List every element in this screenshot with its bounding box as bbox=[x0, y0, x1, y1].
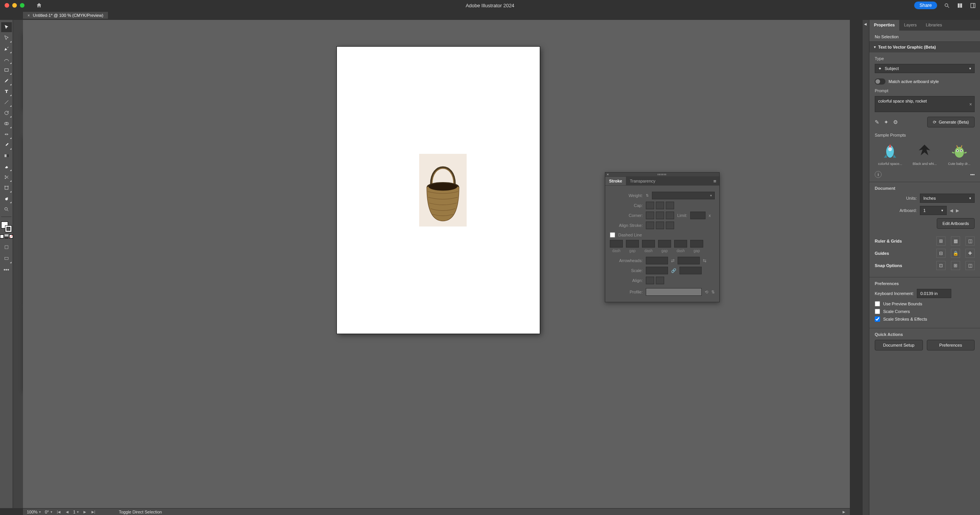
scroll-hint-icon[interactable]: ▶ bbox=[842, 510, 846, 514]
rectangle-tool[interactable] bbox=[1, 65, 12, 75]
limit-input[interactable] bbox=[690, 212, 706, 219]
clear-prompt-icon[interactable]: × bbox=[969, 102, 972, 107]
tab-transparency[interactable]: Transparency bbox=[626, 177, 659, 185]
next-artboard-icon[interactable]: ▶ bbox=[956, 208, 959, 213]
last-artboard-icon[interactable]: ▶| bbox=[91, 510, 96, 514]
shape-builder-tool[interactable] bbox=[1, 119, 12, 129]
artboard-dropdown[interactable]: 1▾ bbox=[920, 206, 947, 215]
cap-round-icon[interactable] bbox=[656, 202, 664, 209]
link-icon[interactable]: ⇆ bbox=[703, 258, 706, 263]
generate-button[interactable]: ⟳Generate (Beta) bbox=[927, 117, 975, 127]
eraser-tool[interactable] bbox=[1, 161, 12, 171]
gap-1-input[interactable] bbox=[626, 240, 639, 248]
sample-prompt-3[interactable]: Cute baby dr... bbox=[944, 140, 975, 166]
panel-drag-bar[interactable]: × bbox=[605, 173, 719, 176]
align-outside-icon[interactable] bbox=[666, 222, 674, 229]
align-center-icon[interactable] bbox=[646, 222, 654, 229]
tab-layers[interactable]: Layers bbox=[899, 20, 921, 31]
edit-artboards-button[interactable]: Edit Artboards bbox=[937, 218, 975, 229]
search-icon[interactable] bbox=[943, 2, 950, 9]
artboard-tool[interactable] bbox=[1, 183, 12, 193]
next-artboard-icon[interactable]: ▶ bbox=[83, 510, 87, 514]
swap-arrows-icon[interactable]: ⇄ bbox=[671, 258, 675, 263]
preferences-button[interactable]: Preferences bbox=[927, 340, 975, 350]
hand-tool[interactable] bbox=[1, 194, 12, 204]
style-picker-icon[interactable]: ✎ bbox=[875, 119, 879, 125]
prompt-textarea[interactable]: colorful space ship, rocket × bbox=[875, 96, 975, 112]
scale-strokes-checkbox[interactable] bbox=[875, 316, 880, 322]
fill-stroke-swatches[interactable] bbox=[1, 222, 12, 232]
edit-toolbar-icon[interactable]: ••• bbox=[3, 267, 9, 273]
first-artboard-icon[interactable]: |◀ bbox=[56, 510, 61, 514]
sample-prompt-2[interactable]: Black and whi... bbox=[909, 140, 940, 166]
snap-point-icon[interactable]: ⊡ bbox=[936, 261, 946, 270]
scale-corners-checkbox[interactable] bbox=[875, 309, 880, 314]
align-inside-icon[interactable] bbox=[656, 222, 664, 229]
prev-artboard-icon[interactable]: ◀ bbox=[65, 510, 69, 514]
rotate-tool[interactable] bbox=[1, 108, 12, 118]
arrange-documents-icon[interactable] bbox=[956, 2, 963, 9]
cap-projecting-icon[interactable] bbox=[666, 202, 674, 209]
t2v-section-header[interactable]: ▾ Text to Vector Graphic (Beta) bbox=[869, 42, 980, 52]
lightbulb-icon[interactable]: ✦ bbox=[884, 119, 889, 125]
document-tab[interactable]: × Untitled-1* @ 100 % (CMYK/Preview) bbox=[23, 12, 108, 19]
tab-stroke[interactable]: Stroke bbox=[605, 177, 626, 185]
corner-miter-icon[interactable] bbox=[646, 212, 654, 219]
corner-round-icon[interactable] bbox=[656, 212, 664, 219]
placed-image[interactable] bbox=[419, 154, 467, 227]
transparency-grid-icon[interactable]: ◫ bbox=[965, 236, 975, 246]
minimize-window-icon[interactable] bbox=[12, 3, 17, 8]
arrow-end-input[interactable] bbox=[678, 257, 700, 264]
info-icon[interactable]: i bbox=[875, 171, 882, 178]
scale-start-input[interactable] bbox=[646, 267, 668, 274]
maximize-window-icon[interactable] bbox=[20, 3, 24, 8]
weight-input[interactable]: ▾ bbox=[652, 192, 715, 199]
sample-prompt-1[interactable]: colorful space... bbox=[875, 140, 905, 166]
color-mode-icon[interactable] bbox=[0, 235, 4, 238]
screen-mode-icon[interactable] bbox=[1, 254, 12, 264]
snap-pixel-icon[interactable]: ◫ bbox=[965, 261, 975, 270]
scissors-tool[interactable] bbox=[1, 172, 12, 182]
scale-link-icon[interactable]: 🔗 bbox=[671, 268, 676, 273]
lock-guides-icon[interactable]: 🔒 bbox=[951, 249, 960, 258]
zoom-tool[interactable] bbox=[1, 204, 12, 214]
ruler-icon[interactable]: ⊞ bbox=[936, 236, 946, 246]
match-style-toggle[interactable] bbox=[875, 78, 885, 85]
close-tab-icon[interactable]: × bbox=[28, 13, 30, 18]
gap-2-input[interactable] bbox=[658, 240, 671, 248]
gap-3-input[interactable] bbox=[690, 240, 703, 248]
smart-guides-icon[interactable]: ✚ bbox=[965, 249, 975, 258]
dashed-line-checkbox[interactable] bbox=[610, 232, 615, 238]
tab-libraries[interactable]: Libraries bbox=[921, 20, 946, 31]
tab-properties[interactable]: Properties bbox=[869, 20, 899, 31]
canvas-area[interactable] bbox=[23, 20, 850, 508]
eyedropper-tool[interactable] bbox=[1, 140, 12, 150]
more-options-icon[interactable]: ••• bbox=[970, 172, 975, 177]
arrow-align-1-icon[interactable] bbox=[646, 277, 654, 284]
home-icon[interactable] bbox=[36, 2, 42, 8]
artboard-nav-select[interactable]: 1▾ bbox=[73, 510, 79, 514]
corner-bevel-icon[interactable] bbox=[666, 212, 674, 219]
close-window-icon[interactable] bbox=[5, 3, 9, 8]
dash-2-input[interactable] bbox=[642, 240, 655, 248]
rotate-select[interactable]: 0°▾ bbox=[45, 510, 52, 514]
workspace-switcher-icon[interactable] bbox=[969, 2, 976, 9]
gear-icon[interactable]: ⚙ bbox=[893, 119, 898, 125]
type-dropdown[interactable]: ✦Subject ▾ bbox=[875, 64, 975, 73]
arrow-align-2-icon[interactable] bbox=[656, 277, 664, 284]
document-setup-button[interactable]: Document Setup bbox=[875, 340, 923, 350]
flip-profile-2-icon[interactable]: ⇅ bbox=[711, 290, 715, 295]
scale-end-input[interactable] bbox=[679, 267, 702, 274]
show-guides-icon[interactable]: ⊟ bbox=[936, 249, 946, 258]
arrow-start-input[interactable] bbox=[646, 257, 668, 264]
prev-artboard-icon[interactable]: ◀ bbox=[950, 208, 953, 213]
close-panel-icon[interactable]: × bbox=[607, 173, 609, 176]
width-tool[interactable] bbox=[1, 129, 12, 139]
keyboard-inc-input[interactable]: 0.0139 in bbox=[917, 289, 951, 298]
snap-grid-icon[interactable]: ⊞ bbox=[951, 261, 960, 270]
none-mode-icon[interactable] bbox=[9, 235, 13, 238]
use-preview-checkbox[interactable] bbox=[875, 301, 880, 306]
cap-butt-icon[interactable] bbox=[646, 202, 654, 209]
panel-menu-icon[interactable]: ≡ bbox=[710, 178, 719, 184]
type-tool[interactable] bbox=[1, 86, 12, 96]
